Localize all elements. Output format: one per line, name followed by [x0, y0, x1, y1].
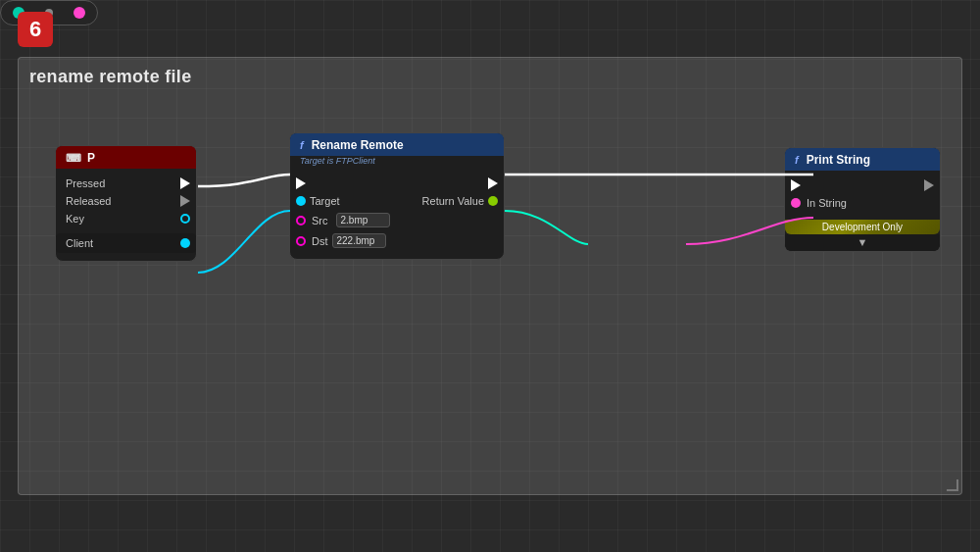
rename-exec-in[interactable]	[296, 177, 306, 189]
resize-handle[interactable]	[947, 479, 958, 491]
keyboard-node-header: ⌨ P	[56, 146, 196, 169]
dev-only-collapse[interactable]: ▼	[785, 234, 940, 251]
rename-remote-node[interactable]: f Rename Remote Target is FTPClient Targ…	[289, 132, 505, 260]
keyboard-node-body: Pressed Released Key Client	[56, 169, 196, 261]
rename-node-subtitle: Target is FTPClient	[290, 156, 504, 169]
client-pin-row: Client	[56, 233, 196, 253]
target-pin[interactable]	[296, 196, 306, 206]
in-string-row: In String	[785, 194, 940, 212]
released-pin-row: Released	[56, 192, 196, 210]
key-pin-row: Key	[56, 210, 196, 227]
badge-number: 6	[18, 12, 53, 47]
return-value-pin[interactable]	[488, 196, 498, 206]
print-exec-out[interactable]	[924, 179, 934, 191]
src-input[interactable]	[336, 213, 390, 227]
print-node-body: In String	[785, 171, 940, 220]
print-exec-row	[785, 176, 940, 194]
src-pin[interactable]	[296, 216, 306, 226]
key-pin[interactable]	[180, 214, 190, 224]
released-exec-pin[interactable]	[180, 195, 190, 207]
comment-box	[18, 57, 962, 495]
print-node-header: f Print String	[785, 148, 940, 171]
pressed-pin-row: Pressed	[56, 175, 196, 192]
dst-input[interactable]	[332, 233, 386, 248]
pressed-exec-pin[interactable]	[180, 177, 190, 189]
dev-only-label: Development Only	[785, 220, 940, 234]
src-pin-row: Src	[290, 210, 504, 230]
middle-right-pin[interactable]	[74, 7, 85, 19]
dst-pin[interactable]	[296, 236, 306, 246]
in-string-pin[interactable]	[791, 198, 801, 208]
rename-node-body: Target Return Value Src Dst	[290, 169, 504, 259]
rename-target-return-row: Target Return Value	[290, 192, 504, 210]
rename-exec-out[interactable]	[488, 177, 498, 189]
print-string-node[interactable]: f Print String In String Development Onl…	[784, 147, 941, 252]
comment-label: rename remote file	[29, 67, 191, 87]
client-pin[interactable]	[180, 238, 190, 248]
print-exec-in[interactable]	[791, 179, 801, 191]
rename-node-header: f Rename Remote	[290, 133, 504, 156]
keyboard-node[interactable]: ⌨ P Pressed Released Key Client	[55, 145, 197, 262]
dst-pin-row: Dst	[290, 230, 504, 251]
rename-exec-row	[290, 175, 504, 192]
keyboard-icon: ⌨	[66, 152, 81, 165]
